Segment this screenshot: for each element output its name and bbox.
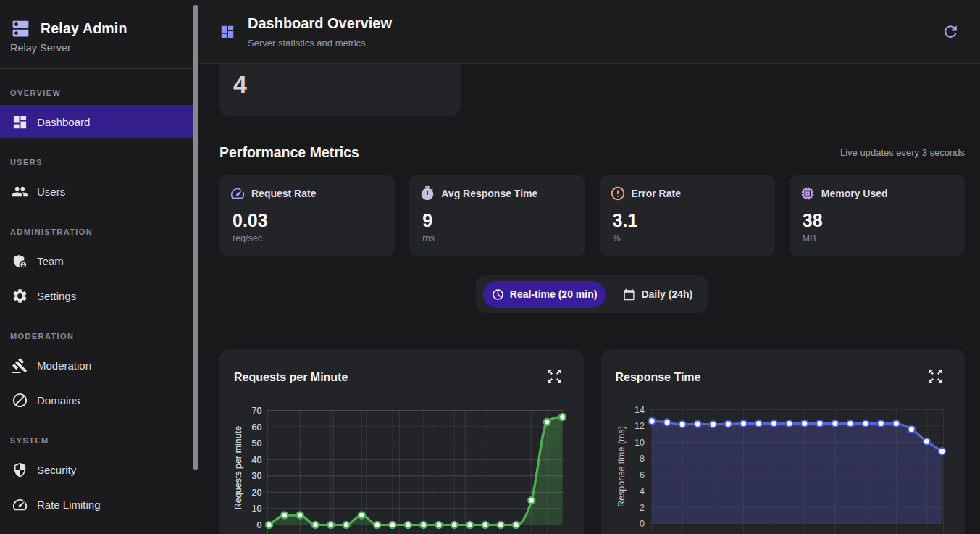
svg-text:0: 0 (257, 520, 262, 530)
svg-text:14: 14 (635, 405, 645, 415)
svg-text:6: 6 (640, 470, 645, 480)
svg-text:4: 4 (640, 486, 645, 496)
svg-text:Requests per minute: Requests per minute (233, 426, 243, 509)
svg-text:10: 10 (252, 504, 262, 514)
svg-text:30: 30 (252, 471, 262, 481)
svg-text:50: 50 (252, 438, 262, 449)
svg-text:12: 12 (635, 421, 645, 431)
svg-text:8: 8 (640, 454, 645, 464)
svg-text:Response time (ms): Response time (ms) (616, 426, 626, 507)
svg-text:40: 40 (252, 455, 262, 465)
svg-text:20: 20 (252, 488, 262, 498)
svg-text:0: 0 (640, 519, 645, 529)
svg-text:10: 10 (635, 438, 645, 448)
svg-text:2: 2 (640, 503, 645, 513)
svg-text:60: 60 (252, 422, 262, 433)
svg-text:70: 70 (252, 406, 262, 416)
